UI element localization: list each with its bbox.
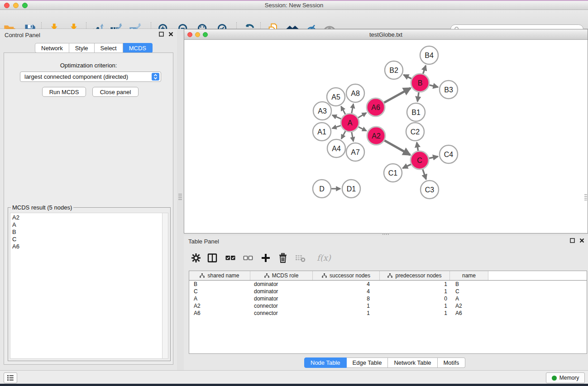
table-cell[interactable]: 1	[380, 281, 450, 288]
table-cell[interactable]: 1	[313, 310, 380, 317]
graph-edge-C-C4[interactable]	[429, 157, 438, 158]
graph-edge-A-A6[interactable]	[358, 113, 366, 118]
tab-network-table[interactable]: Network Table	[388, 357, 437, 368]
table-cell[interactable]: 1	[380, 310, 450, 317]
select-all-icon[interactable]	[225, 253, 237, 264]
graph-edge-C-C2[interactable]	[417, 143, 418, 152]
table-cell[interactable]: 1	[380, 288, 450, 295]
memory-label: Memory	[559, 375, 579, 381]
tab-style[interactable]: Style	[69, 43, 95, 53]
graph-edge-A-A8[interactable]	[352, 104, 354, 114]
table-cell[interactable]: A6	[450, 310, 488, 317]
column-header-predecessor-nodes[interactable]: predecessor nodes	[380, 271, 450, 280]
result-item[interactable]: A6	[12, 243, 162, 250]
result-item[interactable]: A2	[12, 214, 162, 221]
table-cell[interactable]: A6	[189, 310, 250, 317]
table-cell[interactable]: C	[189, 288, 250, 295]
table-cell[interactable]: connector	[250, 302, 313, 310]
deselect-all-icon[interactable]	[243, 253, 254, 264]
close-panel-icon[interactable]	[168, 32, 173, 37]
table-cell[interactable]: 0	[380, 295, 450, 302]
graph-edge-B-B3[interactable]	[429, 85, 438, 87]
memory-status-icon	[552, 376, 557, 381]
horizontal-splitter-grip[interactable]	[382, 233, 389, 235]
table-row[interactable]: Bdominator41B	[189, 281, 587, 288]
right-splitter-grip[interactable]	[584, 194, 587, 200]
network-canvas[interactable]: B4B2BB3A8A5A6A3B1AA1C2A2A4A7C4CC1C3DD1	[184, 40, 588, 233]
table-body: Bdominator41BCdominator41CAdominator80AA…	[189, 281, 587, 317]
table-cell[interactable]: A	[189, 295, 250, 302]
memory-button[interactable]: Memory	[546, 372, 585, 383]
table-cell[interactable]: C	[450, 288, 488, 295]
graph-node-label: A5	[331, 93, 340, 101]
optimization-criterion-select[interactable]: largest connected component (directed)	[20, 71, 161, 82]
float-table-panel-icon[interactable]	[570, 238, 575, 243]
add-column-icon[interactable]	[260, 253, 272, 264]
toggle-columns-icon[interactable]	[207, 253, 219, 264]
table-cell[interactable]: 1	[380, 302, 450, 310]
mcds-pane: Optimization criterion: largest connecte…	[4, 52, 173, 365]
column-header-MCDS-role[interactable]: MCDS role	[250, 271, 313, 280]
column-header-successor-nodes[interactable]: successor nodes	[313, 271, 380, 280]
tab-network[interactable]: Network	[35, 43, 69, 53]
graph-edge-A-A7[interactable]	[352, 132, 354, 142]
close-table-panel-icon[interactable]	[579, 238, 584, 243]
column-header-shared-name[interactable]: shared name	[189, 271, 250, 280]
table-cell[interactable]: 8	[313, 295, 380, 302]
tab-edge-table[interactable]: Edge Table	[347, 357, 388, 368]
table-cell[interactable]: connector	[250, 310, 313, 317]
tab-node-table[interactable]: Node Table	[304, 357, 347, 368]
delete-columns-icon[interactable]	[277, 253, 289, 264]
column-header-label: shared name	[207, 272, 239, 279]
graph-edge-A-A5[interactable]	[341, 106, 345, 114]
result-scrollbar[interactable]	[162, 213, 168, 359]
float-panel-icon[interactable]	[159, 32, 164, 37]
delete-table-icon[interactable]	[295, 253, 307, 264]
tab-select[interactable]: Select	[95, 43, 123, 53]
table-cell[interactable]: dominator	[250, 288, 313, 295]
run-mcds-button[interactable]: Run MCDS	[42, 87, 86, 97]
table-cell[interactable]: B	[189, 281, 250, 288]
table-cell[interactable]: dominator	[250, 295, 313, 302]
column-header-name[interactable]: name	[450, 271, 488, 280]
graph-edge-A-A4[interactable]	[341, 131, 346, 139]
vertical-splitter[interactable]	[177, 29, 184, 370]
function-builder-button[interactable]: f(x)	[317, 253, 331, 262]
table-row[interactable]: Adominator80A	[189, 295, 587, 302]
close-panel-button[interactable]: Close panel	[92, 87, 139, 97]
table-cell[interactable]: B	[450, 281, 488, 288]
list-icon	[6, 374, 14, 382]
table-settings-icon[interactable]	[191, 253, 202, 264]
graph-edge-B-B4[interactable]	[423, 66, 425, 74]
tab-mcds[interactable]: MCDS	[123, 43, 153, 53]
show-panels-button[interactable]	[4, 372, 17, 383]
graph-edge-A-A1[interactable]	[332, 125, 341, 128]
graph-edge-C-C1[interactable]	[403, 164, 411, 168]
graph-edge-C-C3[interactable]	[422, 169, 426, 179]
splitter-grip[interactable]	[178, 194, 182, 200]
column-header-label: name	[462, 272, 476, 279]
graph-edge-B-B2[interactable]	[404, 75, 412, 79]
result-item[interactable]: C	[12, 236, 162, 243]
graph-edge-A6-B[interactable]	[384, 88, 411, 103]
table-cell[interactable]: 4	[313, 288, 380, 295]
window-titlebar: Session: New Session	[0, 1, 588, 10]
graph-edge-B-B1[interactable]	[417, 92, 419, 101]
graph-edge-A-A3[interactable]	[332, 115, 342, 119]
result-item[interactable]: B	[12, 229, 162, 236]
table-cell[interactable]: A2	[450, 302, 488, 310]
table-row[interactable]: A2connector11A2	[189, 302, 587, 310]
graph-edge-A-A2[interactable]	[358, 127, 367, 131]
table-cell[interactable]: 1	[313, 302, 380, 310]
table-cell[interactable]: A2	[189, 302, 250, 310]
graph-edge-A2-C[interactable]	[384, 140, 410, 155]
table-cell[interactable]: 4	[313, 281, 380, 288]
tab-motifs[interactable]: Motifs	[438, 357, 466, 368]
result-item[interactable]: A	[12, 221, 162, 229]
table-row[interactable]: A6connector11A6	[189, 310, 587, 317]
table-row[interactable]: Cdominator41C	[189, 288, 587, 295]
optimization-criterion-label: Optimization criterion:	[4, 62, 173, 69]
table-cell[interactable]: dominator	[250, 281, 313, 288]
table-cell[interactable]: A	[450, 295, 488, 302]
table-panel-header: Table Panel	[184, 235, 588, 247]
